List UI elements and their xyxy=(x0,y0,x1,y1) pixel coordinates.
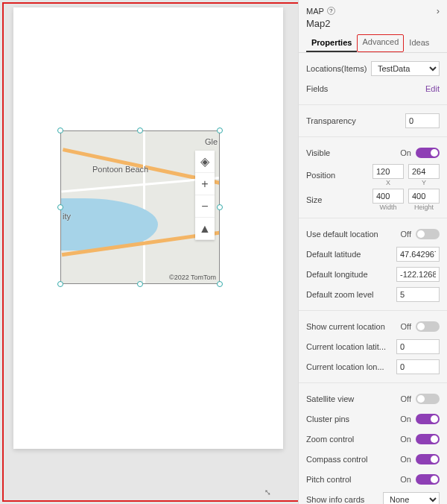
edit-fields-link[interactable]: Edit xyxy=(425,84,440,93)
map-control-selection[interactable]: Pontoon Beach Gle ity ◈ + − ▲ ©2022 TomT… xyxy=(60,130,220,284)
control-type: MAP xyxy=(306,7,324,16)
info-select[interactable]: None xyxy=(383,492,440,504)
compass-label: Compass control xyxy=(306,455,400,464)
zoom-label: Zoom control xyxy=(306,435,400,444)
canvas-area[interactable]: Pontoon Beach Gle ity ◈ + − ▲ ©2022 TomT… xyxy=(13,7,283,449)
cur-lon-input[interactable] xyxy=(396,359,440,374)
show-current-label: Show current location xyxy=(306,322,401,331)
def-zoom-input[interactable] xyxy=(396,287,440,302)
sat-toggle[interactable] xyxy=(416,394,440,404)
compass-icon[interactable]: ◈ xyxy=(195,151,215,173)
transparency-input[interactable] xyxy=(405,113,440,128)
cluster-label: Cluster pins xyxy=(306,415,400,423)
map-label: Pontoon Beach xyxy=(92,165,148,174)
tab-properties[interactable]: Properties xyxy=(306,34,357,52)
fields-label: Fields xyxy=(306,84,425,93)
size-h-input[interactable] xyxy=(408,189,440,204)
def-lon-input[interactable] xyxy=(396,267,440,282)
visible-toggle[interactable] xyxy=(416,148,440,158)
locations-select[interactable]: TestData xyxy=(371,61,440,76)
chevron-right-icon[interactable]: › xyxy=(437,5,440,16)
zoom-toggle[interactable] xyxy=(416,434,440,444)
cur-lat-input[interactable] xyxy=(396,339,440,354)
size-w-input[interactable] xyxy=(372,189,404,204)
position-y-input[interactable] xyxy=(408,164,440,179)
def-lat-input[interactable] xyxy=(396,247,440,262)
cur-lon-label: Current location lon... xyxy=(306,362,396,371)
cur-lat-label: Current location latit... xyxy=(306,342,396,351)
locations-label: Locations(Items) xyxy=(306,64,371,73)
use-default-toggle[interactable] xyxy=(416,229,440,239)
position-x-input[interactable] xyxy=(372,164,404,179)
pitch-label: Pitch control xyxy=(306,475,400,484)
map-label: ity xyxy=(63,212,71,221)
tab-advanced[interactable]: Advanced xyxy=(357,34,404,52)
use-default-label: Use default location xyxy=(306,230,401,239)
sat-label: Satellite view xyxy=(306,394,401,403)
size-label: Size xyxy=(306,195,372,204)
show-current-toggle[interactable] xyxy=(416,321,440,332)
def-zoom-label: Default zoom level xyxy=(306,290,396,299)
pitch-icon[interactable]: ▲ xyxy=(195,218,215,240)
position-label: Position xyxy=(306,171,372,180)
zoom-in-icon[interactable]: + xyxy=(195,173,215,195)
properties-panel: MAP ? › Map2 Properties Advanced Ideas L… xyxy=(298,0,447,504)
map-attribution: ©2022 TomTom xyxy=(169,274,216,281)
tab-ideas[interactable]: Ideas xyxy=(404,34,434,52)
transparency-label: Transparency xyxy=(306,116,405,125)
info-label: Show info cards xyxy=(306,495,383,504)
pitch-toggle[interactable] xyxy=(416,474,440,485)
control-name[interactable]: Map2 xyxy=(306,18,440,29)
compass-toggle[interactable] xyxy=(416,454,440,464)
help-icon[interactable]: ? xyxy=(327,7,335,15)
map-controls: ◈ + − ▲ xyxy=(195,151,215,240)
def-lon-label: Default longitude xyxy=(306,270,396,279)
cluster-toggle[interactable] xyxy=(416,414,440,424)
def-lat-label: Default latitude xyxy=(306,250,396,259)
zoom-out-icon[interactable]: − xyxy=(195,195,215,218)
map-surface[interactable]: Pontoon Beach Gle ity ◈ + − ▲ ©2022 TomT… xyxy=(61,131,219,283)
visible-label: Visible xyxy=(306,148,400,157)
map-label: Gle xyxy=(205,137,218,146)
